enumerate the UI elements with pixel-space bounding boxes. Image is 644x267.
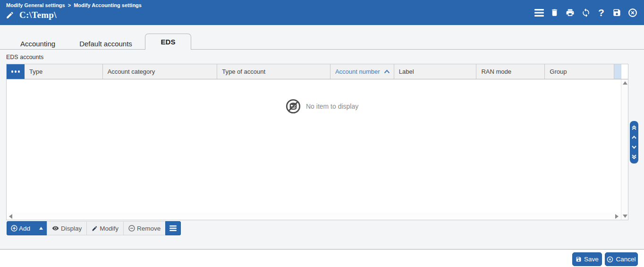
tab-default-accounts[interactable]: Default accounts (76, 39, 136, 49)
title-row: C:\Temp\ (6, 10, 57, 20)
header-scrollbar-spacer (621, 64, 628, 79)
vertical-scrollbar[interactable] (621, 79, 628, 220)
last-page-icon[interactable] (631, 154, 637, 160)
column-options-button[interactable] (7, 64, 25, 79)
tab-accounting[interactable]: Accounting (14, 39, 61, 49)
cancel-button[interactable]: Cancel (605, 252, 638, 266)
empty-state: No item to display (285, 98, 358, 114)
save-button[interactable]: Save (572, 252, 602, 266)
scroll-right-arrow-icon[interactable] (615, 214, 619, 219)
remove-button[interactable]: Remove (123, 221, 166, 235)
table-body: No item to display (7, 79, 621, 213)
sort-ascending-icon (384, 69, 390, 74)
column-header-type[interactable]: Type (25, 64, 103, 79)
column-header-account-category[interactable]: Account category (103, 64, 218, 79)
previous-page-icon[interactable] (631, 134, 637, 141)
menu-icon (169, 225, 177, 231)
pencil-icon (92, 225, 98, 232)
cancel-circle-icon (607, 256, 613, 263)
empty-message: No item to display (306, 103, 358, 110)
add-dropdown-toggle[interactable] (35, 227, 43, 230)
caret-up-icon (39, 227, 43, 230)
breadcrumb-item-general-settings[interactable]: Modify General settings (6, 2, 65, 8)
row-navigation-panel (630, 121, 638, 164)
scroll-up-arrow-icon[interactable] (623, 81, 627, 85)
breadcrumb: Modify General settings > Modify Account… (6, 2, 142, 8)
minus-circle-icon (128, 225, 135, 232)
tab-eds[interactable]: EDS (145, 34, 191, 50)
column-header-label[interactable]: Label (394, 64, 477, 79)
column-header-group[interactable]: Group (545, 64, 614, 79)
save-disk-icon (576, 256, 582, 262)
menu-icon[interactable] (534, 8, 544, 17)
dots-icon (11, 70, 14, 73)
scroll-down-arrow-icon[interactable] (623, 215, 627, 218)
edit-pencil-icon (6, 11, 14, 19)
close-icon[interactable] (627, 8, 637, 17)
table-header-row: Type Account category Type of account Ac… (7, 64, 628, 79)
app-window: Modify General settings > Modify Account… (0, 0, 644, 267)
printer-icon[interactable] (565, 8, 575, 17)
top-header-bar: Modify General settings > Modify Account… (0, 0, 644, 25)
add-circle-icon (11, 225, 17, 232)
breadcrumb-item-accounting-settings: Modify Accounting settings (74, 2, 142, 8)
scroll-left-arrow-icon[interactable] (9, 214, 12, 219)
modify-button[interactable]: Modify (86, 221, 124, 235)
trash-icon[interactable] (550, 8, 559, 17)
tab-strip-divider (0, 49, 644, 50)
display-button[interactable]: Display (47, 221, 87, 235)
header-filler-strip (614, 64, 621, 79)
page-title: C:\Temp\ (19, 10, 57, 20)
next-page-icon[interactable] (631, 144, 637, 150)
column-header-ran-mode[interactable]: RAN mode (476, 64, 545, 79)
column-header-account-number[interactable]: Account number (330, 64, 394, 79)
eds-accounts-table: Type Account category Type of account Ac… (6, 64, 628, 220)
help-icon[interactable]: ? (596, 8, 606, 17)
column-header-type-of-account[interactable]: Type of account (217, 64, 330, 79)
breadcrumb-separator: > (68, 2, 71, 8)
horizontal-scrollbar[interactable] (7, 213, 621, 220)
first-page-icon[interactable] (631, 124, 637, 131)
section-title: EDS accounts (6, 54, 43, 60)
add-button[interactable]: Add (7, 221, 47, 235)
eye-icon (52, 225, 59, 231)
no-data-icon (285, 98, 301, 114)
table-menu-button[interactable] (165, 221, 181, 235)
table-action-bar: Add Display Modify Remove (7, 221, 181, 235)
content-area: Accounting Default accounts EDS EDS acco… (0, 25, 644, 250)
save-icon[interactable] (612, 8, 622, 17)
refresh-icon[interactable] (581, 8, 591, 17)
topbar-toolbar: ? (534, 0, 637, 25)
